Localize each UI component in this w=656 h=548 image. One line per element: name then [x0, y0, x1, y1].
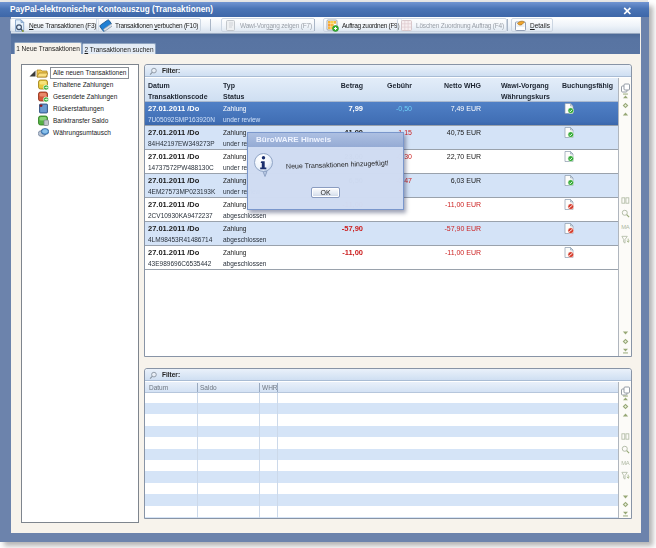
- svg-text:A: A: [626, 224, 630, 230]
- svg-text:A: A: [626, 460, 630, 466]
